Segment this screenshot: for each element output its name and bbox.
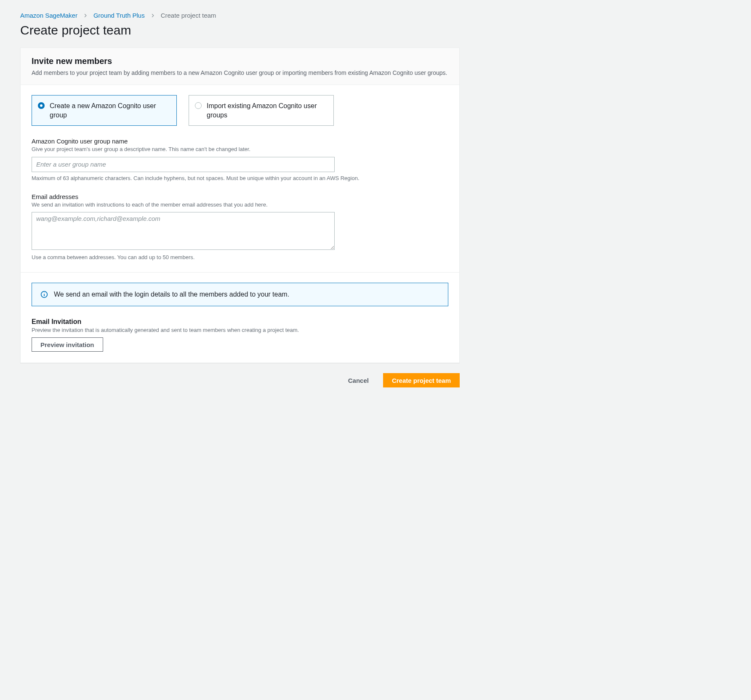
email-invitation-heading: Email Invitation	[32, 318, 448, 326]
group-name-field-group: Amazon Cognito user group name Give your…	[32, 138, 448, 182]
option-label: Import existing Amazon Cognito user grou…	[207, 101, 326, 119]
option-import-existing-groups[interactable]: Import existing Amazon Cognito user grou…	[189, 95, 334, 126]
email-invitation-help: Preview the invitation that is automatic…	[32, 326, 448, 334]
panel-description: Add members to your project team by addi…	[32, 69, 448, 77]
breadcrumb: Amazon SageMaker Ground Truth Plus Creat…	[20, 12, 460, 19]
breadcrumb-link-ground-truth-plus[interactable]: Ground Truth Plus	[93, 12, 145, 19]
invite-members-panel: Invite new members Add members to your p…	[20, 48, 460, 363]
field-label: Amazon Cognito user group name	[32, 138, 448, 145]
chevron-right-icon	[151, 13, 155, 18]
field-help: We send an invitation with instructions …	[32, 201, 448, 209]
group-name-input[interactable]	[32, 157, 335, 172]
page-title: Create project team	[20, 23, 460, 37]
user-group-option-row: Create a new Amazon Cognito user group I…	[32, 95, 448, 126]
field-constraint: Maximum of 63 alphanumeric characters. C…	[32, 175, 448, 182]
panel-title: Invite new members	[32, 56, 448, 66]
info-alert: We send an email with the login details …	[32, 283, 448, 306]
cancel-button[interactable]: Cancel	[340, 373, 377, 387]
info-icon	[40, 291, 48, 298]
chevron-right-icon	[83, 13, 88, 18]
info-text: We send an email with the login details …	[54, 291, 289, 298]
create-project-team-button[interactable]: Create project team	[383, 373, 460, 387]
option-label: Create a new Amazon Cognito user group	[50, 101, 169, 119]
field-help: Give your project team's user group a de…	[32, 146, 448, 153]
radio-icon	[38, 102, 45, 109]
radio-icon	[195, 102, 202, 109]
preview-invitation-button[interactable]: Preview invitation	[32, 337, 103, 352]
breadcrumb-current: Create project team	[161, 12, 216, 19]
field-label: Email addresses	[32, 193, 448, 200]
panel-header: Invite new members Add members to your p…	[21, 48, 459, 85]
svg-point-2	[44, 293, 44, 293]
emails-field-group: Email addresses We send an invitation wi…	[32, 193, 448, 261]
option-create-new-group[interactable]: Create a new Amazon Cognito user group	[32, 95, 177, 126]
breadcrumb-link-sagemaker[interactable]: Amazon SageMaker	[20, 12, 77, 19]
invitation-section: We send an email with the login details …	[21, 272, 459, 363]
emails-textarea[interactable]	[32, 212, 335, 250]
field-constraint: Use a comma between addresses. You can a…	[32, 254, 448, 261]
footer-actions: Cancel Create project team	[20, 373, 460, 387]
